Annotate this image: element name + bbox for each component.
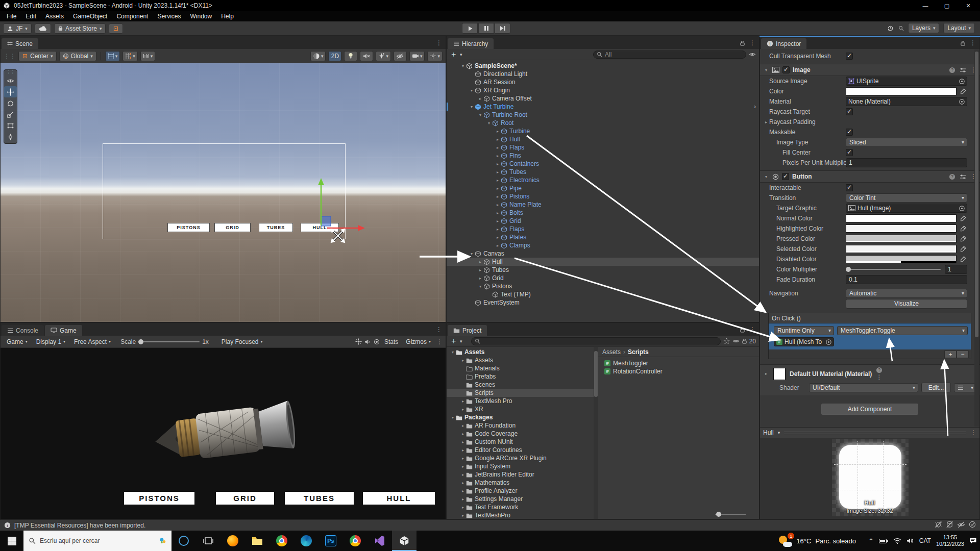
scene-ui-button-tubes[interactable]: TUBES [259,223,293,232]
hierarchy-row[interactable]: ▸Camera Offset [447,94,759,103]
image-enabled-checkbox[interactable] [782,66,790,73]
navigation-dropdown[interactable]: Automatic [846,289,967,298]
menu-edit[interactable]: Edit [21,12,41,21]
taskbar-weather[interactable]: 1 16°C Parc. soleado [779,535,856,547]
presets-icon[interactable] [960,67,966,73]
kebab-menu-icon[interactable]: ⋮ [970,429,976,436]
expand-arrow[interactable]: ▸ [763,120,769,124]
scale-slider-knob[interactable] [138,339,143,344]
on-click-entry[interactable]: Runtime Only MeshToggler.Toggle # Hull (… [769,323,971,349]
aspect-ratio-dropdown[interactable]: Free Aspect▾ [71,337,114,347]
object-picker-icon[interactable] [958,205,966,212]
color-field[interactable] [846,87,957,95]
expand-arrow[interactable]: ▸ [460,440,466,444]
screenshot-icon[interactable] [355,338,362,345]
expand-arrow[interactable]: ▸ [495,194,501,199]
expand-arrow[interactable]: ▾ [763,174,769,179]
add-object-button[interactable]: ＋ [450,49,457,59]
tray-expand-chevron[interactable]: ⌃ [868,537,874,545]
cloud-button[interactable] [35,23,51,34]
expand-arrow[interactable]: ▸ [477,260,483,264]
visualize-button[interactable]: Visualize [846,299,967,309]
project-folder-row[interactable]: ▸Assets [447,356,594,364]
target-graphic-field[interactable]: Hull (Image) [846,204,967,213]
favorites-icon[interactable] [723,338,730,344]
expand-arrow[interactable]: ▸ [495,162,501,166]
eyedropper-icon[interactable] [959,87,967,95]
expand-arrow[interactable]: ▸ [763,371,769,376]
project-folder-row[interactable]: Scenes [447,381,594,389]
eyedropper-icon[interactable] [959,235,967,243]
hierarchy-search-input[interactable]: All [593,51,746,59]
file-explorer-icon[interactable] [245,531,270,551]
ruler-button[interactable]: ▾ [140,51,156,61]
move-gizmo[interactable] [307,173,373,235]
search-icon[interactable] [898,26,904,31]
expand-arrow[interactable]: ▸ [460,432,466,436]
expand-arrow[interactable]: ▸ [495,235,501,240]
source-image-field[interactable]: UISprite [846,77,967,86]
game-ui-button-grid[interactable]: GRID [216,492,274,505]
hierarchy-row[interactable]: ▸Name Plate [447,201,759,209]
expand-arrow[interactable]: ▸ [460,358,466,363]
maximize-button[interactable]: ▢ [936,0,958,11]
version-control-button[interactable] [109,23,123,34]
expand-arrow[interactable]: ▾ [450,415,456,420]
move-tool-button[interactable] [4,86,17,97]
create-asset-button[interactable]: ＋ [450,336,457,346]
breadcrumb-scripts[interactable]: Scripts [628,348,649,356]
project-search-input[interactable] [471,337,721,345]
eyedropper-icon[interactable] [959,245,967,253]
hierarchy-row[interactable]: ▾Turbine Root [447,111,759,119]
button-component-header[interactable]: ▾ Button ?⋮ [760,170,979,183]
expand-arrow[interactable]: ▸ [477,96,483,101]
kebab-menu-icon[interactable]: ⋮ [876,373,882,381]
status-message[interactable]: [TMP Essential Resources] have been impo… [14,522,145,529]
action-center-icon[interactable] [969,537,977,544]
project-folder-row[interactable]: Scripts [447,389,594,397]
hierarchy-row[interactable]: ▾Canvas [447,249,759,258]
gizmo-plane-handle[interactable] [321,216,331,226]
step-button[interactable] [495,23,510,34]
cull-checkbox[interactable] [846,53,853,60]
game-viewport[interactable]: PISTONSGRIDTUBESHULL [1,348,446,519]
presets-icon[interactable] [960,174,966,180]
chrome-icon-2[interactable] [343,531,368,551]
hierarchy-row[interactable]: ▸Bolts [447,209,759,217]
tab-project[interactable]: Project [448,325,487,336]
increment-snap-button[interactable]: ▾ [122,51,138,61]
task-view-icon[interactable] [196,531,220,551]
help-icon[interactable]: ? [949,67,955,73]
pressed-color-field[interactable] [846,235,957,243]
battery-icon[interactable] [879,538,888,544]
game-audio-icon[interactable] [364,339,371,345]
grid-snap-button[interactable]: ▾ [105,51,120,61]
menu-gameobject[interactable]: GameObject [68,12,112,21]
expand-arrow[interactable]: ▸ [495,137,501,142]
scene-lighting-button[interactable] [344,51,357,61]
kebab-menu-icon[interactable]: ⋮ [436,39,442,46]
event-function-dropdown[interactable]: MeshToggler.Toggle [837,326,968,335]
layers-dropdown[interactable]: Layers▾ [908,23,940,33]
menu-window[interactable]: Window [185,12,216,21]
expand-arrow[interactable]: ▾ [477,113,483,117]
taskbar-search-input[interactable]: Escriu aquí per cercar [23,531,172,551]
kebab-menu-icon[interactable]: ⋮ [749,39,755,46]
event-mode-dropdown[interactable]: Runtime Only [774,326,834,335]
scene-viewport[interactable]: PISTONSGRIDTUBESHULL ⋮⋮ [1,63,446,322]
object-picker-icon[interactable] [958,78,966,85]
highlighted-color-field[interactable] [846,224,957,233]
asset-item[interactable]: #RotationController [598,367,759,375]
hierarchy-row[interactable]: ▸Grid [447,217,759,225]
hierarchy-row[interactable]: ▸Pipe [447,184,759,192]
lock-icon[interactable] [740,327,745,333]
lock-icon[interactable] [740,40,745,46]
expand-arrow[interactable]: ▾ [450,350,456,355]
menu-component[interactable]: Component [112,12,153,21]
hierarchy-row[interactable]: EventSystem [447,298,759,307]
undo-history-icon[interactable] [887,24,894,32]
close-button[interactable]: ✕ [958,0,979,11]
project-folder-row[interactable]: ▸Code Coverage [447,430,594,438]
inspector-scrollbar[interactable] [974,49,979,427]
hierarchy-row[interactable]: ▸Hull [447,135,759,143]
